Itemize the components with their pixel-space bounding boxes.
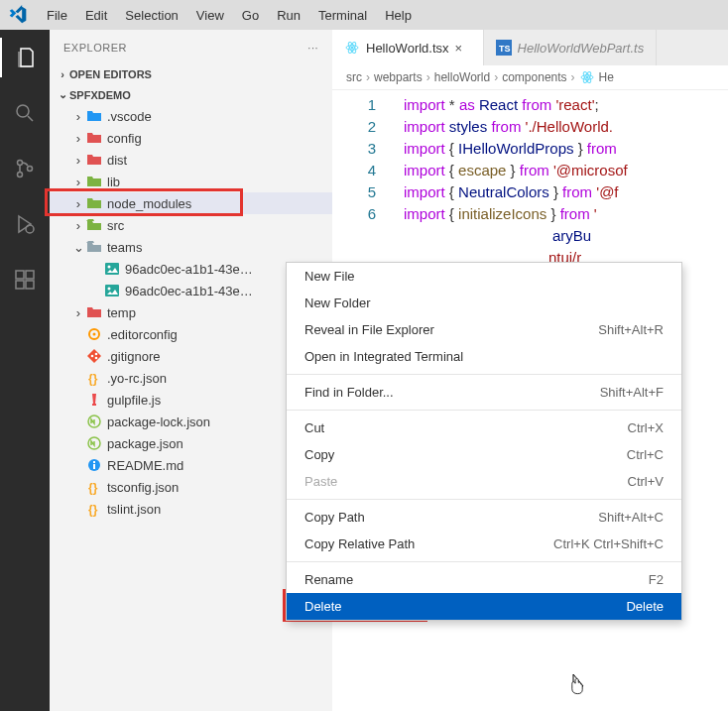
activity-extensions[interactable] [0, 260, 50, 299]
tab-label: HelloWorld.tsx [366, 41, 449, 56]
activity-explorer[interactable] [0, 38, 50, 77]
menu-shortcut: Delete [626, 599, 664, 614]
menu-separator [287, 499, 681, 500]
menu-label: Find in Folder... [304, 385, 394, 400]
menu-new-file[interactable]: New File [287, 263, 681, 290]
section-open-editors[interactable]: › OPEN EDITORS [50, 64, 332, 84]
json-icon: {} [85, 370, 103, 386]
activity-bar [0, 30, 50, 711]
folder-src[interactable]: ›src [50, 214, 332, 236]
menu-cut[interactable]: CutCtrl+X [287, 415, 681, 441]
breadcrumb-item[interactable]: src [346, 70, 362, 84]
gear-orange-icon [85, 326, 103, 342]
menu-label: New Folder [304, 296, 370, 310]
vscode-logo-icon [8, 5, 28, 25]
folder--vscode[interactable]: ›.vscode [50, 105, 332, 127]
svg-rect-19 [92, 404, 96, 406]
folder-blue-icon [85, 109, 103, 123]
tree-label: node_modules [107, 196, 191, 211]
tree-label: .gitignore [107, 349, 160, 364]
code-line: aryBu [346, 225, 728, 247]
activity-debug[interactable] [0, 204, 50, 244]
folder-green-icon [85, 196, 103, 210]
breadcrumb-item[interactable]: He [599, 70, 614, 84]
breadcrumb-item[interactable]: webparts [374, 70, 423, 84]
breadcrumb-item[interactable]: components [502, 70, 566, 84]
menu-go[interactable]: Go [233, 4, 268, 27]
editor-tabs: HelloWorld.tsx×TSHelloWorldWebPart.ts [332, 30, 728, 65]
chevron-right-icon: › [571, 70, 575, 84]
menu-paste: PasteCtrl+V [287, 468, 681, 495]
menu-shortcut: Ctrl+V [628, 474, 664, 489]
menu-shortcut: Shift+Alt+F [600, 385, 664, 400]
no-chevron [71, 371, 85, 386]
context-menu: New FileNew FolderReveal in File Explore… [286, 262, 682, 621]
menu-copy-relative-path[interactable]: Copy Relative PathCtrl+K Ctrl+Shift+C [287, 531, 681, 557]
menu-rename[interactable]: RenameF2 [287, 566, 681, 593]
menu-new-folder[interactable]: New Folder [287, 290, 681, 316]
menu-help[interactable]: Help [376, 4, 421, 27]
folder-teams[interactable]: ⌄teams [50, 236, 332, 258]
menu-shortcut: Shift+Alt+R [598, 322, 664, 337]
git-icon [85, 348, 103, 364]
folder-dist[interactable]: ›dist [50, 149, 332, 171]
svg-point-0 [17, 105, 29, 117]
code-line: 3import { IHelloWorldProps } from [346, 138, 728, 160]
menu-reveal-in-file-explorer[interactable]: Reveal in File ExplorerShift+Alt+R [287, 316, 681, 343]
section-project[interactable]: ⌄ SPFXDEMO [50, 84, 332, 105]
close-icon[interactable]: × [455, 41, 471, 56]
folder-green-open-icon [85, 218, 103, 232]
menu-open-in-integrated-terminal[interactable]: Open in Integrated Terminal [287, 343, 681, 370]
json-icon: {} [85, 501, 103, 517]
breadcrumbs[interactable]: src›webparts›helloWorld›components›He [332, 65, 728, 90]
menu-file[interactable]: File [38, 4, 76, 27]
code-line: 2import styles from './HelloWorld. [346, 116, 728, 138]
svg-text:TS: TS [499, 44, 511, 54]
chevron-right-icon: › [56, 68, 69, 80]
chevron-right-icon: › [426, 70, 430, 84]
menu-selection[interactable]: Selection [116, 4, 186, 27]
tree-label: tsconfig.json [107, 480, 179, 495]
menu-shortcut: Ctrl+X [628, 420, 664, 435]
menu-terminal[interactable]: Terminal [309, 4, 376, 27]
menu-label: Paste [304, 474, 337, 489]
activity-search[interactable] [0, 93, 50, 133]
img-icon [103, 284, 121, 297]
no-chevron [89, 284, 103, 298]
breadcrumb-item[interactable]: helloWorld [434, 70, 490, 84]
no-chevron [89, 262, 103, 277]
chevron-right-icon: › [71, 218, 85, 233]
tab-HelloWorldWebPart-ts[interactable]: TSHelloWorldWebPart.ts [484, 30, 658, 65]
menu-copy-path[interactable]: Copy PathShift+Alt+C [287, 504, 681, 531]
menu-label: Copy [304, 447, 334, 462]
chevron-right-icon: › [71, 109, 85, 124]
svg-point-16 [95, 353, 98, 356]
code-line: 6import { initializeIcons } from ' [346, 203, 728, 225]
chevron-right-icon: › [71, 196, 85, 211]
menu-edit[interactable]: Edit [76, 4, 116, 27]
menu-view[interactable]: View [187, 4, 233, 27]
tree-label: lib [107, 175, 120, 189]
tree-label: config [107, 131, 142, 146]
more-icon[interactable]: ··· [307, 42, 318, 54]
npm-icon [85, 435, 103, 451]
tree-label: dist [107, 153, 127, 168]
img-icon [103, 262, 121, 276]
svg-point-12 [108, 288, 111, 291]
svg-point-4 [26, 225, 34, 233]
folder-node_modules[interactable]: ›node_modules [50, 192, 332, 214]
menu-separator [287, 374, 681, 375]
activity-source-control[interactable] [0, 149, 50, 188]
tree-label: gulpfile.js [107, 393, 161, 408]
npm-icon [85, 414, 103, 429]
tab-HelloWorld-tsx[interactable]: HelloWorld.tsx× [332, 30, 484, 65]
folder-lib[interactable]: ›lib [50, 171, 332, 192]
menu-delete[interactable]: DeleteDelete [287, 593, 681, 620]
folder-config[interactable]: ›config [50, 127, 332, 149]
menu-run[interactable]: Run [268, 4, 309, 27]
svg-point-15 [91, 355, 94, 358]
svg-rect-9 [105, 263, 119, 275]
svg-point-10 [108, 266, 111, 269]
menu-copy[interactable]: CopyCtrl+C [287, 441, 681, 468]
menu-find-in-folder-[interactable]: Find in Folder...Shift+Alt+F [287, 379, 681, 406]
